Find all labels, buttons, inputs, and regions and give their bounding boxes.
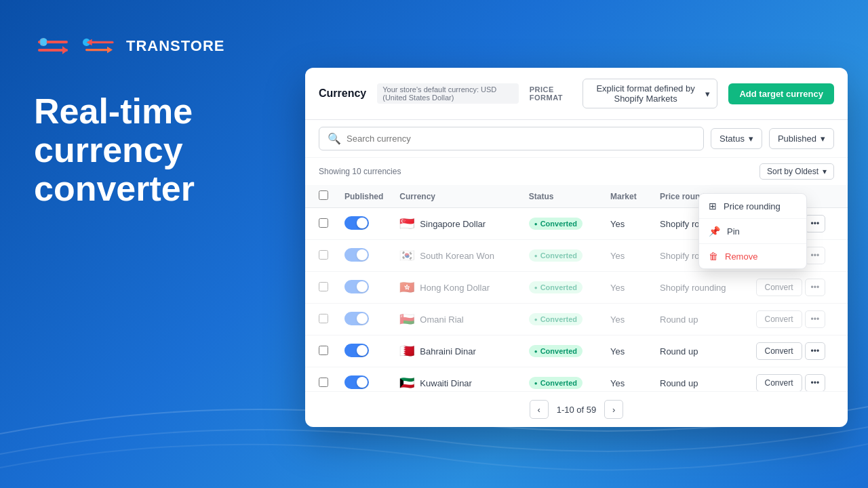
row-status-cell: Converted	[521, 272, 602, 304]
more-actions-button[interactable]: •••	[805, 374, 826, 391]
pin-label: Pin	[727, 226, 740, 237]
row-checkbox-cell	[305, 367, 336, 392]
row-action-cell: Convert •••	[748, 367, 848, 392]
row-currency-cell: 🇰🇼 Kuwaiti Dinar	[391, 367, 520, 392]
row-rounding-cell: Shopify rounding	[652, 272, 748, 304]
currency-toggle[interactable]	[344, 280, 369, 293]
row-checkbox-cell	[305, 336, 336, 367]
converted-badge: Converted	[529, 218, 583, 230]
row-checkbox[interactable]	[319, 346, 328, 355]
row-checkbox-cell	[305, 304, 336, 336]
row-checkbox[interactable]	[319, 314, 328, 323]
convert-button[interactable]: Convert	[756, 279, 802, 296]
row-toggle-cell	[336, 272, 391, 304]
dropdown-item-remove[interactable]: 🗑 Remove	[699, 244, 806, 268]
row-status-cell: Converted	[521, 304, 602, 336]
table-row: 🇭🇰 Hong Kong Dollar Converted Yes Shopif…	[305, 272, 848, 304]
row-market-cell: Yes	[602, 336, 652, 367]
row-status-cell: Converted	[521, 367, 602, 392]
row-checkbox-cell	[305, 240, 336, 272]
row-checkbox[interactable]	[319, 218, 328, 228]
pin-icon: 📌	[709, 226, 720, 237]
row-rounding-cell: Round up	[652, 304, 748, 336]
currency-toggle[interactable]	[344, 312, 369, 325]
page-info: 1-10 of 59	[557, 405, 597, 415]
published-dropdown[interactable]: Published ▾	[769, 128, 834, 149]
row-currency-cell: 🇸🇬 Singapore Dollar	[391, 208, 520, 240]
currency-toggle[interactable]	[344, 344, 369, 357]
converted-badge: Converted	[529, 313, 583, 325]
col-currency: Currency	[391, 185, 520, 208]
panel-header: Currency Your store's default currency: …	[305, 68, 848, 120]
more-actions-button[interactable]: •••	[805, 247, 826, 264]
left-panel: TRANSTORE Real-time currency converter	[0, 0, 285, 488]
row-checkbox[interactable]	[319, 282, 328, 291]
more-actions-button[interactable]: •••	[805, 215, 826, 232]
showing-count: Showing 10 currencies	[319, 167, 401, 176]
row-market-cell: Yes	[602, 240, 652, 272]
grid-icon: ⊞	[709, 201, 717, 211]
more-actions-button[interactable]: •••	[805, 342, 826, 360]
currency-name: Bahraini Dinar	[420, 346, 475, 357]
row-toggle-cell	[336, 304, 391, 336]
row-action-cell: Convert •••	[748, 272, 848, 304]
logo-svg	[80, 33, 118, 60]
currency-toggle[interactable]	[344, 375, 369, 389]
table-row: 🇰🇼 Kuwaiti Dinar Converted Yes Round up …	[305, 367, 848, 392]
row-toggle-cell	[336, 208, 391, 240]
svg-marker-8	[107, 47, 113, 54]
prev-page-button[interactable]: ‹	[530, 400, 549, 419]
search-box: 🔍	[319, 127, 704, 150]
flag-icon: 🇭🇰	[399, 280, 414, 295]
convert-button[interactable]: Convert	[756, 374, 802, 391]
row-status-cell: Converted	[521, 208, 602, 240]
row-market-cell: Yes	[602, 208, 652, 240]
logo-area: TRANSTORE	[34, 27, 251, 65]
showing-row: Showing 10 currencies Sort by Oldest ▾	[305, 158, 848, 185]
flag-icon: 🇸🇬	[399, 216, 414, 231]
row-toggle-cell	[336, 240, 391, 272]
convert-button[interactable]: Convert	[756, 342, 802, 360]
hero-text: Real-time currency converter	[34, 92, 251, 209]
dropdown-item-pin[interactable]: 📌 Pin	[699, 219, 806, 243]
row-toggle-cell	[336, 367, 391, 392]
flag-icon: 🇰🇷	[399, 248, 414, 263]
search-icon: 🔍	[328, 132, 341, 145]
currency-toggle[interactable]	[344, 216, 369, 230]
flag-icon: 🇴🇲	[399, 312, 414, 327]
currency-name: Singapore Dollar	[420, 219, 486, 229]
row-checkbox[interactable]	[319, 250, 328, 260]
action-dropdown-menu: ⊞ Price rounding 📌 Pin 🗑 Remove	[698, 193, 807, 269]
row-currency-cell: 🇴🇲 Omani Rial	[391, 304, 520, 336]
row-action-cell: Convert •••	[748, 304, 848, 336]
row-currency-cell: 🇧🇭 Bahraini Dinar	[391, 336, 520, 367]
currency-name: South Korean Won	[420, 251, 494, 261]
add-target-currency-button[interactable]: Add target currency	[728, 83, 834, 104]
row-toggle-cell	[336, 336, 391, 367]
row-market-cell: Yes	[602, 272, 652, 304]
sort-label: Sort by Oldest	[767, 167, 818, 176]
row-rounding-cell: Round up	[652, 336, 748, 367]
select-all-checkbox[interactable]	[319, 190, 328, 200]
dropdown-item-price-rounding[interactable]: ⊞ Price rounding	[699, 194, 806, 218]
convert-button[interactable]: Convert	[756, 310, 802, 328]
col-market: Market	[602, 185, 652, 208]
currency-toggle[interactable]	[344, 248, 369, 262]
panel-title: Currency	[319, 87, 366, 100]
next-page-button[interactable]: ›	[604, 400, 623, 419]
row-checkbox[interactable]	[319, 378, 328, 387]
table-row: 🇴🇲 Omani Rial Converted Yes Round up Con…	[305, 304, 848, 336]
converted-badge: Converted	[529, 377, 583, 389]
price-format-dropdown[interactable]: Explicit format defined by Shopify Marke…	[583, 79, 718, 108]
chevron-down-icon: ▾	[749, 134, 753, 144]
sort-button[interactable]: Sort by Oldest ▾	[760, 163, 834, 180]
logo-text: TRANSTORE	[126, 37, 225, 55]
more-actions-button[interactable]: •••	[805, 279, 826, 296]
pagination: ‹ 1-10 of 59 ›	[305, 391, 848, 427]
search-input[interactable]	[347, 134, 695, 144]
more-actions-button[interactable]: •••	[805, 310, 826, 328]
status-dropdown[interactable]: Status ▾	[711, 128, 762, 149]
toolbar: 🔍 Status ▾ Published ▾	[305, 120, 848, 158]
currency-name: Kuwaiti Dinar	[420, 378, 472, 388]
price-format-label: PRICE FORMAT	[530, 85, 572, 102]
